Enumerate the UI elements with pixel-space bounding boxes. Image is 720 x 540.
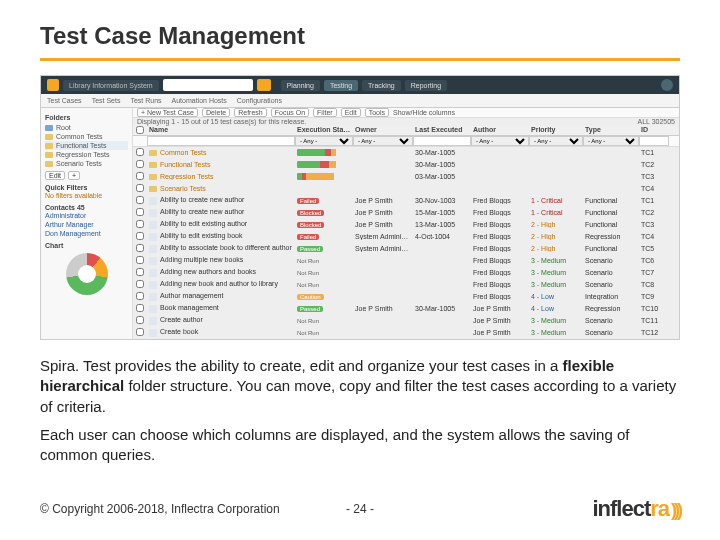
table-row[interactable]: Ability to create new authorFailedJoe P … <box>133 195 679 207</box>
table-row[interactable]: Ability to associate book to different a… <box>133 243 679 255</box>
row-checkbox[interactable] <box>136 232 144 240</box>
table-row[interactable]: Adding multiple new booksNot RunFred Blo… <box>133 255 679 267</box>
status-badge: Not Run <box>297 282 319 288</box>
row-checkbox[interactable] <box>136 280 144 288</box>
tree-item[interactable]: Common Tests <box>45 132 128 141</box>
filter-date-input[interactable] <box>413 136 471 146</box>
filter-type-select[interactable]: - Any - <box>583 136 639 146</box>
row-checkbox[interactable] <box>136 184 144 192</box>
status-badge: Not Run <box>297 330 319 336</box>
contact-item[interactable]: Administrator <box>45 211 128 220</box>
search-button[interactable] <box>257 79 271 91</box>
testcase-icon <box>149 221 157 229</box>
contact-item[interactable]: Don Management <box>45 229 128 238</box>
nav-testing[interactable]: Testing <box>324 80 358 91</box>
folder-icon <box>45 152 53 158</box>
table-row[interactable]: Create bookNot RunJoe P Smith3 - MediumS… <box>133 327 679 339</box>
filter-id-input[interactable] <box>639 136 669 146</box>
row-checkbox[interactable] <box>136 292 144 300</box>
status-badge: Caution <box>297 294 324 300</box>
grid-header: Name Execution Status Owner Last Execute… <box>133 126 679 136</box>
project-dropdown[interactable]: Library Information System <box>63 80 159 91</box>
testcase-icon <box>149 209 157 217</box>
table-row[interactable]: Author managementCautionFred Bloggs4 - L… <box>133 291 679 303</box>
folder-icon <box>149 186 157 192</box>
nav-tracking[interactable]: Tracking <box>362 80 401 91</box>
filter-name-input[interactable] <box>147 136 295 146</box>
row-checkbox[interactable] <box>136 196 144 204</box>
tree-item[interactable]: Scenario Tests <box>45 159 128 168</box>
body-text: Spira. Test provides the ability to crea… <box>40 356 680 465</box>
row-checkbox[interactable] <box>136 316 144 324</box>
nav-reporting[interactable]: Reporting <box>405 80 447 91</box>
table-row[interactable]: Create authorNot RunJoe P Smith3 - Mediu… <box>133 315 679 327</box>
filter-status-select[interactable]: - Any - <box>295 136 353 146</box>
row-checkbox[interactable] <box>136 268 144 276</box>
focus-button[interactable]: Focus On <box>271 108 309 117</box>
edit-button[interactable]: Edit <box>341 108 361 117</box>
tree-edit-button[interactable]: Edit <box>45 171 65 180</box>
testcase-icon <box>149 197 157 205</box>
table-row[interactable]: Scenario TestsTC4 <box>133 183 679 195</box>
table-row[interactable]: Ability to edit existing bookFailedSyste… <box>133 231 679 243</box>
select-all-checkbox[interactable] <box>136 126 144 134</box>
col-status[interactable]: Execution Status <box>295 126 353 135</box>
row-checkbox[interactable] <box>136 160 144 168</box>
contact-item[interactable]: Arthur Manager <box>45 220 128 229</box>
filter-author-select[interactable]: - Any - <box>471 136 529 146</box>
contacts-heading: Contacts 45 <box>45 204 128 211</box>
row-checkbox[interactable] <box>136 244 144 252</box>
col-priority[interactable]: Priority <box>529 126 583 135</box>
status-text: Displaying 1 - 15 out of 15 test case(s)… <box>137 118 306 125</box>
page-number: - 24 - <box>346 502 374 516</box>
folder-icon <box>45 125 53 131</box>
table-row[interactable]: Adding new book and author to libraryNot… <box>133 279 679 291</box>
tab-automation[interactable]: Automation Hosts <box>172 97 227 104</box>
tree-root[interactable]: Root <box>45 123 128 132</box>
col-author[interactable]: Author <box>471 126 529 135</box>
tab-test-runs[interactable]: Test Runs <box>130 97 161 104</box>
delete-button[interactable]: Delete <box>202 108 230 117</box>
search-input[interactable] <box>163 79 253 91</box>
page-title: Test Case Management <box>40 22 680 50</box>
table-row[interactable]: Adding new authors and booksNot RunFred … <box>133 267 679 279</box>
table-row[interactable]: Common Tests30-Mar-1005TC1 <box>133 147 679 159</box>
table-row[interactable]: Ability to edit existing authorBlockedJo… <box>133 219 679 231</box>
col-id[interactable]: ID <box>639 126 669 135</box>
tree-add-button[interactable]: + <box>68 171 80 180</box>
row-checkbox[interactable] <box>136 208 144 216</box>
progress-bar <box>297 185 343 192</box>
col-owner[interactable]: Owner <box>353 126 413 135</box>
filter-owner-select[interactable]: - Any - <box>353 136 413 146</box>
table-row[interactable]: Functional Tests30-Mar-1005TC2 <box>133 159 679 171</box>
tab-config[interactable]: Configurations <box>237 97 282 104</box>
filter-priority-select[interactable]: - Any - <box>529 136 583 146</box>
tools-button[interactable]: Tools <box>365 108 389 117</box>
new-test-case-button[interactable]: + New Test Case <box>137 108 198 117</box>
col-type[interactable]: Type <box>583 126 639 135</box>
screenshot: Library Information System Planning Test… <box>40 75 680 340</box>
row-checkbox[interactable] <box>136 328 144 336</box>
tab-test-cases[interactable]: Test Cases <box>47 97 82 104</box>
table-row[interactable]: Ability to create new authorBlockedJoe P… <box>133 207 679 219</box>
filter-button[interactable]: Filter <box>313 108 337 117</box>
col-date[interactable]: Last Executed <box>413 126 471 135</box>
row-checkbox[interactable] <box>136 148 144 156</box>
row-checkbox[interactable] <box>136 172 144 180</box>
row-checkbox[interactable] <box>136 304 144 312</box>
table-row[interactable]: Book managementPassedJoe P Smith30-Mar-1… <box>133 303 679 315</box>
nav-planning[interactable]: Planning <box>281 80 320 91</box>
table-row[interactable]: Regression Tests03-Mar-1005TC3 <box>133 171 679 183</box>
tree-item[interactable]: Functional Tests <box>45 141 128 150</box>
row-checkbox[interactable] <box>136 256 144 264</box>
quick-filter-item[interactable]: No filters available <box>45 191 128 200</box>
refresh-button[interactable]: Refresh <box>234 108 267 117</box>
logo-wave-icon: ))) <box>671 500 680 520</box>
columns-toggle[interactable]: Show/Hide columns <box>393 109 455 116</box>
user-avatar-icon[interactable] <box>661 79 673 91</box>
row-checkbox[interactable] <box>136 220 144 228</box>
tree-item[interactable]: Regression Tests <box>45 150 128 159</box>
col-name[interactable]: Name <box>147 126 295 135</box>
tab-test-sets[interactable]: Test Sets <box>92 97 121 104</box>
sub-tabs: Test Cases Test Sets Test Runs Automatio… <box>41 94 679 108</box>
